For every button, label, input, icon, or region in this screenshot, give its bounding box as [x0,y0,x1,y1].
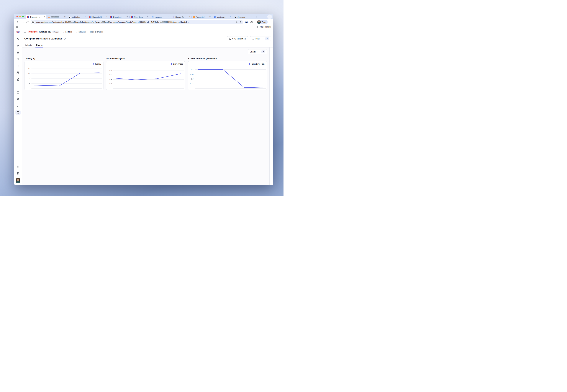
tab-close-icon[interactable]: ✕ [147,16,149,18]
tab-charts[interactable]: Charts [36,42,43,47]
new-experiment-button[interactable]: New experiment [227,36,248,41]
extensions-icon[interactable] [250,21,253,24]
sidebar-toggle-icon[interactable] [24,30,26,33]
button-divider [260,50,260,53]
sidebar-item-evaluations[interactable] [15,90,21,95]
tab-title: 20250923 [51,16,63,18]
new-tab-button[interactable] [254,15,258,19]
breadcrumb-item[interactable]: basic-examples [90,31,103,33]
sidebar-item-search[interactable] [15,37,21,42]
tab-close-icon[interactable]: ✕ [250,16,253,18]
tab-title: docs: add [238,16,249,18]
project-switcher-chevron-icon[interactable] [73,31,75,33]
tab-close-icon[interactable]: ✕ [43,16,45,18]
svg-text:4: 4 [29,83,30,84]
close-window-button[interactable] [16,16,18,17]
sidebar-item-annotation-queues[interactable] [15,103,21,108]
sidebar-item-home[interactable] [15,43,21,49]
browser-tab-9[interactable]: Accounts |✕ [192,15,212,19]
maximize-window-button[interactable] [22,16,24,17]
annotation-queues-icon [16,104,19,107]
back-arrow-icon [16,21,19,23]
chart-plot: 0.20.40.60.8 [106,61,185,90]
tab-close-icon[interactable]: ✕ [229,16,232,18]
insights-icon [16,98,19,101]
all-bookmarks-button[interactable]: All Bookmarks [256,26,271,28]
chart-legend: Parse Error Rate [249,63,265,65]
bluedoc-favicon [214,16,216,18]
user-avatar[interactable] [16,178,20,183]
browser-tab-5[interactable]: Organizati✕ [109,15,129,19]
svg-text:0.4: 0.4 [109,78,112,80]
tune-icon [32,21,34,23]
browser-tab-10[interactable]: Marlies we✕ [212,15,233,19]
sidebar-item-users[interactable] [15,70,21,75]
sidebar-item-dashboards[interactable] [15,50,21,55]
browser-tab-8[interactable]: Google Ge✕ [171,15,192,19]
sessions-icon [16,65,19,68]
profile-button[interactable]: Work [257,20,268,24]
tab-close-icon[interactable]: ✕ [167,16,170,18]
runs-selector-button[interactable]: Runs 4 [250,36,271,41]
zoom-icon[interactable] [236,21,238,23]
sidebar-item-support[interactable] [15,171,21,176]
view-tabs: Outputs Charts [22,42,273,47]
sidebar-item-datasets[interactable] [15,110,21,115]
sidebar-item-tracing[interactable] [15,57,21,62]
charts-selector-button[interactable]: Charts 3 [248,49,267,54]
collapse-panel-icon[interactable] [270,50,272,52]
chart-plot: 0.150.30.450.6 [188,61,267,90]
browser-tab-6[interactable]: Blog - Lang✕ [129,15,150,19]
browser-tab-1[interactable]: Datasets | L✕ [26,15,46,19]
info-icon[interactable] [64,38,66,40]
breadcrumb-separator: / [63,30,64,33]
sidebar-item-sessions[interactable] [15,63,21,69]
sidebar-item-insights[interactable] [15,97,21,102]
svg-text:6: 6 [152,17,153,17]
org-name[interactable]: langfuse-dev [39,31,51,33]
forward-button[interactable] [20,20,25,24]
bookmarks-bar: All Bookmarks [14,25,273,29]
datasets-icon [16,111,19,114]
app-logo[interactable] [14,29,22,35]
main-panel: Compare runs: basic-examples New experim… [22,35,273,185]
site-settings-button[interactable] [31,20,35,24]
browser-tab-3[interactable]: feat(io-tab✕ [67,15,88,19]
tab-title: Accounts | [196,16,208,18]
langfuse-alt-favicon [89,16,92,18]
tabs-container: Datasets | L✕CO20250923✕feat(io-tab✕Data… [26,15,254,19]
browser-tab-11[interactable]: docs: add✕ [233,15,254,19]
tab-close-icon[interactable]: ✕ [126,16,128,18]
url-text[interactable]: cloud.langfuse.com/project/cmfwgv8fx002o… [36,21,234,23]
tab-close-icon[interactable]: ✕ [64,16,66,18]
browser-menu-button[interactable] [268,20,272,24]
tab-outputs[interactable]: Outputs [24,42,32,47]
tab-close-icon[interactable]: ✕ [85,16,87,18]
tab-search-button[interactable] [267,14,272,19]
reload-button[interactable] [25,20,29,24]
minimize-window-button[interactable] [19,16,21,17]
password-manager-icon[interactable] [245,21,248,24]
reload-icon [26,21,29,23]
browser-tab-4[interactable]: Datasets | L✕ [88,15,109,19]
chart-legend: latency [93,63,101,65]
tab-close-icon[interactable]: ✕ [105,16,108,18]
tab-close-icon[interactable]: ✕ [209,16,211,18]
project-name[interactable]: no-filter [65,31,72,33]
playground-icon [16,84,19,87]
address-bar[interactable]: cloud.langfuse.com/project/cmfwgv8fx002o… [31,20,243,24]
breadcrumb-section[interactable]: Datasets [79,31,86,33]
org-switcher-chevron-icon[interactable] [60,31,62,33]
sidebar-item-settings[interactable] [15,164,21,169]
tab-title: Blog - Lang [134,16,146,18]
browser-tab-7[interactable]: 6Langfuse -✕ [150,15,171,19]
bookmark-star-icon[interactable] [239,21,241,23]
sidebar-item-prompts[interactable] [15,77,21,82]
apps-grid-icon[interactable] [16,26,18,28]
back-button[interactable] [15,20,20,24]
chart-correctness: # Correctness (eval)Correctness0.20.40.6… [106,57,185,90]
tab-close-icon[interactable]: ✕ [188,16,190,18]
sidebar-item-playground[interactable] [15,83,21,88]
charts-dropdown-label: Charts [250,51,256,53]
browser-tab-2[interactable]: CO20250923✕ [46,15,67,19]
